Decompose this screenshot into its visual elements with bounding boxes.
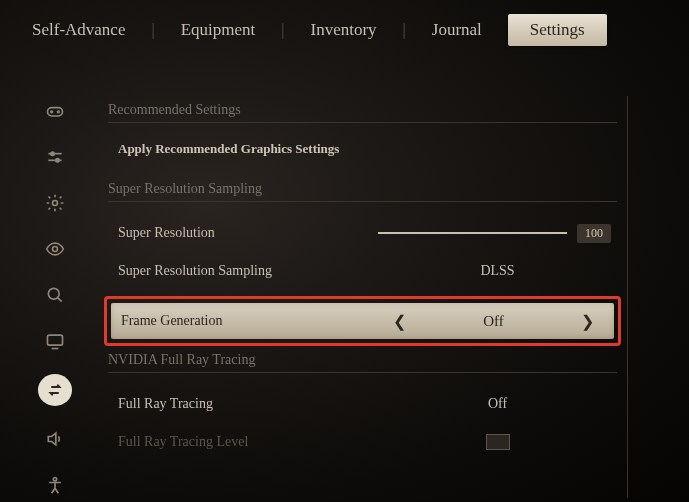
controller-icon[interactable] xyxy=(41,98,69,124)
svg-rect-0 xyxy=(48,108,63,116)
row-frame-generation[interactable]: Frame Generation ❮ Off ❯ xyxy=(111,303,614,339)
gear-icon[interactable] xyxy=(41,190,69,216)
section-header-srs: Super Resolution Sampling xyxy=(108,181,617,202)
apply-recommended-button[interactable]: Apply Recommended Graphics Settings xyxy=(108,135,617,175)
svg-point-8 xyxy=(53,247,58,252)
super-resolution-slider[interactable]: 100 xyxy=(378,224,617,243)
row-label: Super Resolution Sampling xyxy=(118,263,378,279)
svg-point-13 xyxy=(53,477,56,480)
row-super-resolution[interactable]: Super Resolution 100 xyxy=(108,214,617,252)
frame-generation-selector: ❮ Off ❯ xyxy=(381,312,614,331)
eye-icon[interactable] xyxy=(41,236,69,262)
tab-separator: | xyxy=(281,21,284,39)
row-label: Full Ray Tracing Level xyxy=(118,434,378,450)
search-icon[interactable] xyxy=(41,282,69,308)
highlight-box: Frame Generation ❮ Off ❯ xyxy=(104,296,621,346)
selector-value: Off xyxy=(483,313,504,330)
svg-point-2 xyxy=(58,111,60,113)
tab-inventory[interactable]: Inventory xyxy=(306,14,380,46)
row-value: DLSS xyxy=(378,263,617,279)
tab-self-advance[interactable]: Self-Advance xyxy=(28,14,129,46)
audio-icon[interactable] xyxy=(41,426,69,452)
row-srs-mode[interactable]: Super Resolution Sampling DLSS xyxy=(108,252,617,290)
svg-point-1 xyxy=(51,111,53,113)
tab-separator: | xyxy=(403,21,406,39)
display-icon[interactable] xyxy=(41,328,69,354)
row-value xyxy=(378,434,617,450)
svg-point-7 xyxy=(53,201,58,206)
tab-separator: | xyxy=(151,21,154,39)
sliders-icon[interactable] xyxy=(41,144,69,170)
settings-main: Recommended Settings Apply Recommended G… xyxy=(0,56,689,498)
svg-rect-11 xyxy=(48,335,63,345)
slider-track[interactable] xyxy=(378,232,567,234)
row-label: Frame Generation xyxy=(121,313,381,329)
row-label: Super Resolution xyxy=(118,225,378,241)
row-label: Full Ray Tracing xyxy=(118,396,378,412)
svg-line-10 xyxy=(58,298,62,302)
tab-equipment[interactable]: Equipment xyxy=(177,14,260,46)
swap-icon[interactable] xyxy=(38,374,72,406)
svg-point-9 xyxy=(48,289,59,300)
row-value: Off xyxy=(378,396,617,412)
section-header-rt: NVIDIA Full Ray Tracing xyxy=(108,352,617,373)
chevron-right-icon[interactable]: ❯ xyxy=(575,312,600,331)
top-tabs: Self-Advance | Equipment | Inventory | J… xyxy=(0,0,689,56)
tab-journal[interactable]: Journal xyxy=(428,14,486,46)
section-header-recommended: Recommended Settings xyxy=(108,102,617,123)
settings-category-column xyxy=(30,96,80,498)
svg-point-6 xyxy=(56,159,59,162)
settings-content: Recommended Settings Apply Recommended G… xyxy=(80,96,628,498)
level-indicator-icon xyxy=(486,434,510,450)
tab-settings[interactable]: Settings xyxy=(508,14,607,46)
row-ray-tracing-level: Full Ray Tracing Level xyxy=(108,423,617,461)
svg-point-5 xyxy=(51,152,54,155)
slider-value: 100 xyxy=(577,224,611,243)
chevron-left-icon[interactable]: ❮ xyxy=(387,312,412,331)
row-full-ray-tracing[interactable]: Full Ray Tracing Off xyxy=(108,385,617,423)
accessibility-icon[interactable] xyxy=(41,472,69,498)
